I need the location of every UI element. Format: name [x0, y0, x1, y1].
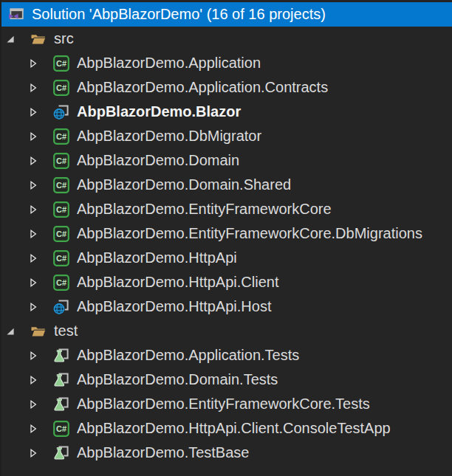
svg-text:C#: C# — [56, 59, 66, 68]
collapsed-arrow-icon[interactable] — [27, 204, 39, 215]
open-folder-icon — [30, 30, 47, 48]
open-folder-icon — [30, 322, 47, 340]
project-row-abpblazordemo-httpapi-host[interactable]: AbpBlazorDemo.HttpApi.Host — [1, 294, 452, 319]
node-label: src — [54, 27, 74, 51]
node-label: AbpBlazorDemo.Domain.Tests — [77, 368, 278, 392]
folder-row-src[interactable]: src — [1, 27, 452, 51]
node-label: AbpBlazorDemo.HttpApi.Client.ConsoleTest… — [77, 416, 391, 441]
csharp-project-icon: C# — [52, 55, 70, 72]
collapsed-arrow-icon[interactable] — [27, 252, 39, 264]
collapsed-arrow-icon[interactable] — [27, 423, 39, 435]
test-project-icon — [52, 444, 70, 462]
svg-text:C#: C# — [56, 230, 66, 238]
web-project-icon — [52, 298, 70, 316]
collapsed-arrow-icon[interactable] — [27, 350, 39, 362]
node-label: AbpBlazorDemo.HttpApi.Host — [77, 294, 271, 319]
collapsed-arrow-icon[interactable] — [27, 399, 39, 410]
expanded-arrow-icon[interactable] — [4, 33, 16, 45]
node-label: AbpBlazorDemo.EntityFrameworkCore — [77, 197, 332, 221]
solution-row[interactable]: Solution 'AbpBlazorDemo' (16 of 16 proje… — [1, 2, 452, 27]
collapsed-arrow-icon[interactable] — [27, 228, 39, 240]
csharp-project-icon: C# — [52, 128, 70, 145]
svg-text:C#: C# — [56, 83, 66, 92]
project-row-abpblazordemo-blazor[interactable]: AbpBlazorDemo.Blazor — [1, 100, 452, 124]
collapsed-arrow-icon[interactable] — [27, 58, 39, 69]
node-label: AbpBlazorDemo.EntityFrameworkCore.DbMigr… — [77, 221, 422, 246]
csharp-project-icon: C# — [52, 225, 70, 243]
svg-text:C#: C# — [56, 254, 66, 263]
node-label: AbpBlazorDemo.EntityFrameworkCore.Tests — [77, 392, 370, 416]
collapsed-arrow-icon[interactable] — [27, 447, 39, 459]
expanded-arrow-icon[interactable] — [4, 325, 16, 337]
tree-rows: Solution 'AbpBlazorDemo' (16 of 16 proje… — [1, 2, 452, 465]
node-label: AbpBlazorDemo.Application — [77, 51, 261, 75]
project-row-abpblazordemo-entityframeworkcore[interactable]: C# AbpBlazorDemo.EntityFrameworkCore — [1, 197, 452, 221]
node-label: AbpBlazorDemo.Domain — [77, 148, 239, 173]
node-label: test — [54, 319, 78, 343]
solution-icon — [7, 6, 25, 24]
project-row-abpblazordemo-httpapi[interactable]: C# AbpBlazorDemo.HttpApi — [1, 246, 452, 270]
collapsed-arrow-icon[interactable] — [27, 131, 39, 142]
svg-text:C#: C# — [56, 181, 66, 190]
node-label: AbpBlazorDemo.DbMigrator — [77, 124, 261, 148]
web-project-icon — [52, 103, 70, 121]
node-label: AbpBlazorDemo.Application.Tests — [77, 343, 299, 368]
project-row-abpblazordemo-entityframeworkcore-tests[interactable]: AbpBlazorDemo.EntityFrameworkCore.Tests — [1, 392, 452, 416]
collapsed-arrow-icon[interactable] — [27, 277, 39, 289]
project-row-abpblazordemo-application-contracts[interactable]: C# AbpBlazorDemo.Application.Contracts — [1, 75, 452, 100]
project-row-abpblazordemo-dbmigrator[interactable]: C# AbpBlazorDemo.DbMigrator — [1, 124, 452, 148]
collapsed-arrow-icon[interactable] — [27, 106, 39, 118]
project-row-abpblazordemo-entityframeworkcore-dbmigrations[interactable]: C# AbpBlazorDemo.EntityFrameworkCore.DbM… — [1, 221, 452, 246]
svg-text:C#: C# — [56, 132, 66, 141]
svg-text:C#: C# — [56, 205, 66, 214]
node-label: AbpBlazorDemo.HttpApi — [77, 246, 237, 270]
svg-text:C#: C# — [56, 424, 66, 433]
csharp-project-icon: C# — [52, 249, 70, 267]
project-row-abpblazordemo-httpapi-client[interactable]: C# AbpBlazorDemo.HttpApi.Client — [1, 270, 452, 294]
project-row-abpblazordemo-domain-tests[interactable]: AbpBlazorDemo.Domain.Tests — [1, 368, 452, 392]
solution-explorer-tree: Solution 'AbpBlazorDemo' (16 of 16 proje… — [0, 0, 452, 476]
project-row-abpblazordemo-testbase[interactable]: AbpBlazorDemo.TestBase — [1, 441, 452, 465]
project-row-abpblazordemo-httpapi-client-consoletestapp[interactable]: C# AbpBlazorDemo.HttpApi.Client.ConsoleT… — [1, 416, 452, 441]
node-label: AbpBlazorDemo.HttpApi.Client — [77, 270, 278, 294]
collapsed-arrow-icon[interactable] — [27, 374, 39, 386]
project-row-abpblazordemo-application-tests[interactable]: AbpBlazorDemo.Application.Tests — [1, 343, 452, 368]
svg-text:C#: C# — [56, 278, 66, 287]
test-project-icon — [52, 347, 70, 365]
node-label: Solution 'AbpBlazorDemo' (16 of 16 proje… — [32, 2, 326, 27]
node-label: AbpBlazorDemo.Domain.Shared — [77, 173, 291, 197]
project-row-abpblazordemo-domain[interactable]: C# AbpBlazorDemo.Domain — [1, 148, 452, 173]
svg-text:C#: C# — [56, 156, 66, 165]
test-project-icon — [52, 396, 70, 413]
project-row-abpblazordemo-application[interactable]: C# AbpBlazorDemo.Application — [1, 51, 452, 75]
node-label: AbpBlazorDemo.TestBase — [77, 441, 249, 465]
collapsed-arrow-icon[interactable] — [27, 301, 39, 313]
collapsed-arrow-icon[interactable] — [27, 82, 39, 94]
collapsed-arrow-icon[interactable] — [27, 179, 39, 191]
csharp-project-icon: C# — [52, 274, 70, 292]
csharp-project-icon: C# — [52, 420, 70, 438]
csharp-project-icon: C# — [52, 176, 70, 194]
project-row-abpblazordemo-domain-shared[interactable]: C# AbpBlazorDemo.Domain.Shared — [1, 173, 452, 197]
test-project-icon — [52, 371, 70, 389]
csharp-project-icon: C# — [52, 152, 70, 170]
csharp-project-icon: C# — [52, 201, 70, 218]
folder-row-test[interactable]: test — [1, 319, 452, 343]
csharp-project-icon: C# — [52, 79, 70, 97]
node-label: AbpBlazorDemo.Application.Contracts — [77, 75, 328, 100]
collapsed-arrow-icon[interactable] — [27, 155, 39, 167]
node-label: AbpBlazorDemo.Blazor — [77, 100, 241, 124]
